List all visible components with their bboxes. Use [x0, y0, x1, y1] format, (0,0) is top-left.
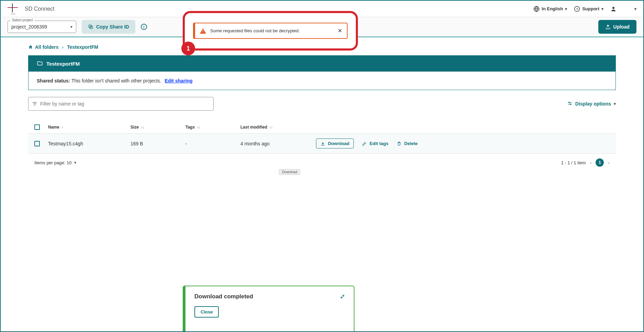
delete-label: Delete	[404, 141, 418, 146]
copy-share-id-button[interactable]: Copy Share ID	[82, 20, 135, 34]
alert-close-button[interactable]: ✕	[338, 27, 342, 34]
logo-block: c s c SD Connect	[8, 3, 54, 14]
table-row: Testmay15.c4gh 169 B - 4 months ago Down…	[28, 133, 616, 154]
delete-button[interactable]: Delete	[397, 141, 418, 146]
svg-point-16	[570, 104, 571, 105]
shared-status-text: This folder isn't shared with other proj…	[70, 78, 161, 84]
cell-name: Testmay15.c4gh	[48, 141, 131, 146]
copy-share-label: Copy Share ID	[96, 24, 129, 30]
edit-sharing-link[interactable]: Edit sharing	[165, 78, 193, 84]
upload-icon	[605, 24, 611, 30]
upload-button[interactable]: Upload	[598, 20, 636, 34]
upload-label: Upload	[613, 24, 630, 30]
chevron-down-icon: ▾	[614, 101, 616, 106]
home-icon	[28, 45, 33, 49]
support-label: Support	[582, 6, 599, 11]
callout-badge: 1	[181, 42, 195, 55]
chevron-down-icon: ▾	[74, 160, 76, 165]
cell-size: 169 B	[131, 141, 185, 146]
folder-icon	[37, 60, 43, 67]
breadcrumb-home[interactable]: All folders	[28, 44, 58, 50]
svg-point-7	[612, 7, 614, 9]
language-switcher[interactable]: In English ▾	[533, 6, 567, 12]
filter-input-wrap[interactable]	[28, 97, 214, 111]
alert-text: Some requested files could not be decryp…	[210, 28, 334, 33]
edit-icon	[362, 141, 367, 146]
col-header-size[interactable]: Size↑↓	[131, 125, 185, 130]
display-options-label: Display options	[575, 101, 611, 107]
chevron-down-icon: ▾	[565, 7, 567, 11]
download-label: Download	[328, 141, 349, 146]
select-all-checkbox[interactable]	[34, 124, 40, 130]
cell-tags: -	[185, 141, 240, 146]
filter-input[interactable]	[40, 101, 210, 107]
next-page-button[interactable]: ›	[608, 160, 610, 165]
table-header: Name↑ Size↑↓ Tags↑↓ Last modified↑↓	[28, 121, 616, 133]
alert-callout: Some requested files could not be decryp…	[183, 11, 358, 51]
download-tooltip: Download	[279, 169, 300, 175]
user-menu[interactable]: ▾	[610, 6, 636, 12]
support-menu[interactable]: ? Support ▾	[574, 6, 603, 12]
cell-modified: 4 months ago	[240, 141, 302, 146]
svg-rect-11	[33, 103, 36, 104]
toast-minimize-button[interactable]	[340, 294, 345, 299]
sort-icon: ↑↓	[141, 125, 144, 129]
edit-tags-label: Edit tags	[370, 141, 388, 146]
project-select[interactable]: Select project project_2006399 ▾	[8, 21, 76, 33]
svg-text:?: ?	[576, 7, 578, 11]
csc-logo: c s c	[8, 3, 21, 14]
globe-icon	[533, 6, 540, 12]
display-options-button[interactable]: Display options ▾	[567, 101, 616, 107]
edit-tags-button[interactable]: Edit tags	[362, 141, 388, 146]
folder-header: TestexportFM	[29, 56, 615, 71]
row-actions: Download Edit tags Delete	[302, 139, 610, 148]
copy-icon	[88, 24, 93, 30]
svg-rect-10	[33, 102, 37, 102]
sort-asc-icon: ↑	[61, 125, 63, 129]
chevron-down-icon: ▾	[634, 7, 636, 11]
svg-rect-17	[398, 143, 400, 145]
pagination: Items per page: 10 ▾ 1 - 1 / 1 item ‹ 1 …	[28, 154, 616, 171]
sliders-icon	[567, 101, 573, 107]
pagination-range: 1 - 1 / 1 item	[561, 160, 586, 165]
col-header-modified[interactable]: Last modified↑↓	[240, 125, 302, 130]
filter-icon	[32, 101, 37, 107]
file-table: Name↑ Size↑↓ Tags↑↓ Last modified↑↓ Test…	[28, 121, 616, 171]
toast-title: Download completed	[194, 293, 340, 300]
help-icon: ?	[574, 6, 580, 12]
sort-icon: ↑↓	[269, 125, 273, 129]
project-select-value: project_2006399	[11, 24, 70, 30]
svg-rect-12	[34, 105, 35, 105]
items-per-page-label: Items per page: 10	[34, 160, 71, 165]
row-checkbox[interactable]	[34, 141, 40, 146]
language-label: In English	[542, 6, 563, 11]
col-header-tags[interactable]: Tags↑↓	[185, 125, 240, 130]
download-icon	[320, 141, 325, 146]
items-per-page[interactable]: Items per page: 10 ▾	[34, 160, 76, 165]
warning-icon	[200, 28, 206, 34]
main-content: All folders › TestexportFM TestexportFM …	[1, 37, 643, 178]
sort-icon: ↑↓	[197, 125, 200, 129]
folder-name: TestexportFM	[46, 61, 80, 67]
info-icon[interactable]: i	[141, 24, 147, 30]
project-select-label: Select project	[11, 18, 34, 22]
col-header-name[interactable]: Name↑	[48, 125, 131, 130]
shared-status-label: Shared status:	[37, 78, 70, 84]
app-title: SD Connect	[25, 6, 54, 12]
alert-banner: Some requested files could not be decryp…	[193, 23, 348, 39]
page-number-current[interactable]: 1	[596, 158, 604, 167]
folder-status: Shared status: This folder isn't shared …	[29, 71, 615, 90]
chevron-right-icon: ›	[62, 44, 64, 50]
svg-point-14	[568, 102, 569, 103]
svg-text:c s c: c s c	[11, 13, 15, 14]
toast-close-button[interactable]: Close	[194, 306, 219, 318]
filter-row: Display options ▾	[28, 97, 616, 111]
prev-page-button[interactable]: ‹	[590, 160, 592, 165]
breadcrumb-current: TestexportFM	[67, 44, 98, 50]
user-icon	[610, 6, 617, 12]
download-toast: Download completed Close	[183, 286, 354, 331]
download-button[interactable]: Download	[316, 139, 354, 148]
folder-panel: TestexportFM Shared status: This folder …	[28, 55, 616, 90]
chevron-down-icon: ▾	[70, 24, 72, 29]
chevron-down-icon: ▾	[601, 7, 603, 11]
